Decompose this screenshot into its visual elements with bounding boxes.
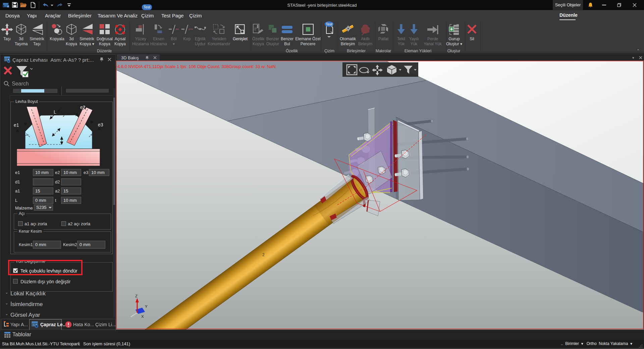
svg-text:e1: e1: [14, 122, 19, 128]
svg-text:Y: Y: [145, 304, 148, 308]
svg-text:a1: a1: [30, 136, 35, 141]
svg-text:L: L: [54, 109, 56, 115]
svg-text:2: 2: [262, 252, 265, 257]
svg-text:X: X: [141, 314, 144, 318]
svg-text:Z: Z: [135, 294, 138, 298]
svg-text:e3: e3: [98, 122, 103, 127]
svg-text:Test: Test: [326, 22, 332, 26]
svg-text:4.6.0 NVIDIA 471.11Dpi Scale 1: 4.6.0 NVIDIA 471.11Dpi Scale 1 fps: 106 …: [117, 64, 276, 69]
svg-text:e2: e2: [80, 105, 86, 110]
svg-text:a2: a2: [85, 136, 90, 141]
svg-text:d1: d1: [63, 139, 69, 145]
svg-text:d2: d2: [54, 131, 59, 136]
